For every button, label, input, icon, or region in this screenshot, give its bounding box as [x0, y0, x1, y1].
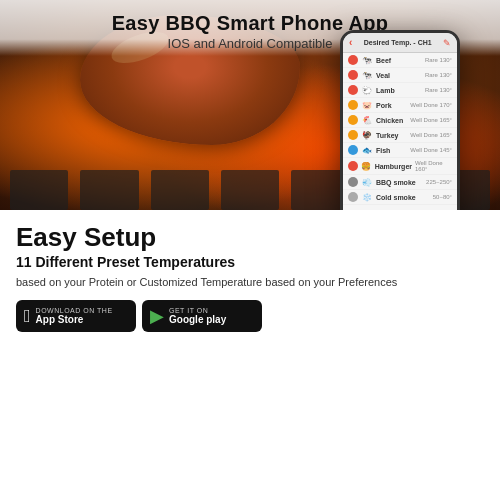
phone-list-item[interactable]: 🐔 Chicken Well Done 165° — [343, 113, 457, 128]
apple-icon:  — [24, 306, 31, 327]
item-name: Pork — [376, 102, 407, 109]
item-dot — [348, 192, 358, 202]
item-icon: 🍔 — [361, 162, 372, 171]
item-icon: 🐟 — [361, 146, 373, 155]
item-dot — [348, 100, 358, 110]
item-dot — [348, 55, 358, 65]
item-icon: 💨 — [361, 178, 373, 187]
bottom-section: Easy Setup 11 Different Preset Temperatu… — [0, 210, 500, 500]
item-name: Beef — [376, 57, 422, 64]
item-temp: Well Done 165° — [410, 132, 452, 138]
left-content: Easy Setup 11 Different Preset Temperatu… — [16, 224, 484, 490]
phone-list: 🐄 Beef Rare 130° 🐄 Veal Rare 130° 🐑 Lamb… — [343, 53, 457, 210]
app-store-bottom: App Store — [36, 314, 113, 325]
phone-list-item[interactable]: 💨 BBQ smoke 225~250° — [343, 175, 457, 190]
phone-edit-button[interactable]: ✎ — [443, 38, 451, 48]
top-section: Easy BBQ Smart Phone App IOS and Android… — [0, 0, 500, 210]
google-play-icon: ▶ — [150, 305, 164, 327]
google-play-text: GET IT ON Google play — [169, 307, 226, 325]
item-dot — [348, 161, 358, 171]
item-name: Cold smoke — [376, 194, 430, 201]
app-store-text: Download on the App Store — [36, 307, 113, 325]
phone-mockup: ‹ Desired Temp. - CH1 ✎ 🐄 Beef Rare 130°… — [340, 30, 460, 210]
item-icon: 🐑 — [361, 86, 373, 95]
preset-title: 11 Different Preset Temperatures — [16, 254, 484, 271]
item-dot — [348, 177, 358, 187]
item-dot — [348, 85, 358, 95]
item-temp: Rare 130° — [425, 57, 452, 63]
item-temp: Well Done 145° — [410, 147, 452, 153]
item-icon: 🐷 — [361, 101, 373, 110]
item-dot — [348, 145, 358, 155]
item-name: Turkey — [376, 132, 407, 139]
item-name: Chicken — [376, 117, 407, 124]
google-play-button[interactable]: ▶ GET IT ON Google play — [142, 300, 262, 332]
item-icon: ❄️ — [361, 193, 373, 202]
phone-list-item[interactable]: 🐑 Lamb Rare 130° — [343, 83, 457, 98]
phone-header: ‹ Desired Temp. - CH1 ✎ — [343, 33, 457, 53]
phone-list-item[interactable]: 🍔 Hamburger Well Done 160° — [343, 158, 457, 175]
easy-setup-heading: Easy Setup — [16, 224, 484, 250]
item-temp: Rare 130° — [425, 72, 452, 78]
item-temp: Well Done 170° — [410, 102, 452, 108]
item-name: Veal — [376, 72, 422, 79]
phone-back-button[interactable]: ‹ — [349, 37, 352, 48]
item-temp: 50~80° — [433, 194, 452, 200]
item-temp: Well Done 160° — [415, 160, 452, 172]
item-dot — [348, 115, 358, 125]
item-icon: 🦃 — [361, 131, 373, 140]
phone-header-title: Desired Temp. - CH1 — [356, 39, 439, 46]
app-store-button[interactable]:  Download on the App Store — [16, 300, 136, 332]
item-icon: 🐔 — [361, 116, 373, 125]
store-buttons:  Download on the App Store ▶ GET IT ON … — [16, 300, 484, 332]
grill-line — [80, 170, 138, 210]
item-icon: 🐄 — [361, 71, 373, 80]
item-temp: Rare 130° — [425, 87, 452, 93]
item-name: Lamb — [376, 87, 422, 94]
phone-list-item[interactable]: 🐟 Fish Well Done 145° — [343, 143, 457, 158]
phone-list-item[interactable]: 🐷 Pork Well Done 170° — [343, 98, 457, 113]
item-name: Fish — [376, 147, 407, 154]
item-icon: 🐄 — [361, 56, 373, 65]
preset-description: based on your Protein or Customized Temp… — [16, 275, 484, 290]
grill-line — [221, 170, 279, 210]
phone-list-item[interactable]: 🐄 Beef Rare 130° — [343, 53, 457, 68]
app-store-top: Download on the — [36, 307, 113, 314]
item-dot — [348, 130, 358, 140]
google-play-top: GET IT ON — [169, 307, 226, 314]
phone-list-item[interactable]: ❄️ Cold smoke 50~80° — [343, 190, 457, 205]
item-temp: Well Done 165° — [410, 117, 452, 123]
item-temp: 225~250° — [426, 179, 452, 185]
phone-container: ‹ Desired Temp. - CH1 ✎ 🐄 Beef Rare 130°… — [340, 30, 490, 210]
phone-list-item[interactable]: 🦃 Turkey Well Done 165° — [343, 128, 457, 143]
grill-line — [151, 170, 209, 210]
item-name: BBQ smoke — [376, 179, 423, 186]
item-dot — [348, 70, 358, 80]
item-name: Hamburger — [375, 163, 412, 170]
phone-screen: ‹ Desired Temp. - CH1 ✎ 🐄 Beef Rare 130°… — [343, 33, 457, 210]
grill-line — [10, 170, 68, 210]
google-play-bottom: Google play — [169, 314, 226, 325]
main-container: Easy BBQ Smart Phone App IOS and Android… — [0, 0, 500, 500]
phone-list-item[interactable]: 🐄 Veal Rare 130° — [343, 68, 457, 83]
